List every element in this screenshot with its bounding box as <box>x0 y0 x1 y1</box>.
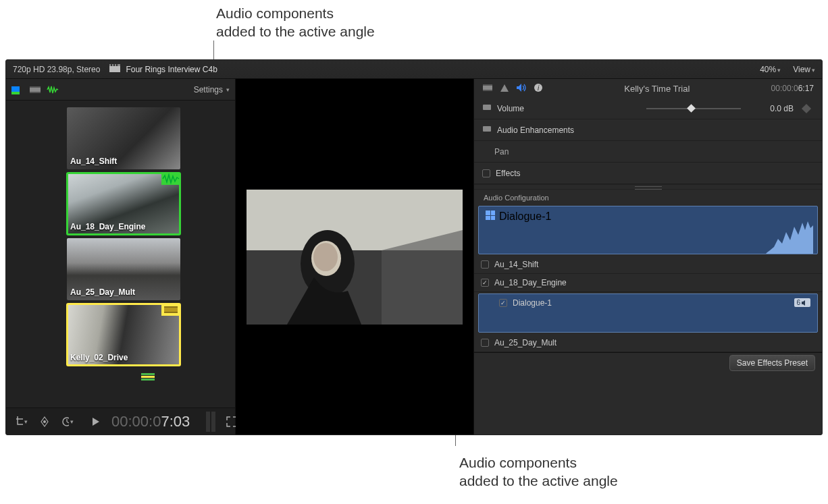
effects-row[interactable]: Effects <box>474 163 822 184</box>
svg-rect-6 <box>11 92 20 94</box>
svg-rect-8 <box>30 86 41 88</box>
svg-rect-5 <box>11 86 20 92</box>
retime-menu-icon[interactable]: ▾ <box>61 416 74 428</box>
video-badge-icon <box>161 304 180 316</box>
component-label: Au_25_Day_Mult <box>494 338 557 347</box>
pan-label: Pan <box>494 147 509 157</box>
settings-menu[interactable]: Settings▾ <box>194 85 230 94</box>
svg-rect-11 <box>164 306 178 308</box>
pan-row[interactable]: Pan <box>474 141 822 163</box>
enhancements-label: Audio Enhancements <box>497 125 574 135</box>
format-label: 720p HD 23.98p, Stereo <box>13 65 100 74</box>
keyframe-button[interactable] <box>802 103 811 113</box>
svg-rect-14 <box>141 376 155 378</box>
annotation-top: Audio components added to the active ang… <box>216 4 375 41</box>
inspector-timecode: 00:00:06:17 <box>771 84 814 93</box>
svg-rect-15 <box>141 379 155 381</box>
svg-rect-4 <box>116 64 118 66</box>
app-window: 720p HD 23.98p, Stereo Four Rings Interv… <box>5 59 823 435</box>
chevron-down-icon: ▾ <box>70 418 74 425</box>
angle-label: Au_18_Day_Engine <box>70 222 145 231</box>
crop-tool-icon[interactable]: ▾ <box>16 416 28 428</box>
volume-slider[interactable] <box>646 104 741 113</box>
chevron-down-icon: ▾ <box>226 86 230 93</box>
angle-label: Kelly_02_Drive <box>70 353 128 362</box>
component-label: Au_14_Shift <box>494 260 538 269</box>
component-row[interactable]: Au_25_Day_Mult <box>474 334 822 352</box>
svg-rect-2 <box>111 64 112 66</box>
svg-point-23 <box>313 243 338 271</box>
svg-rect-31 <box>483 126 491 132</box>
volume-row: Volume 0.0 dB <box>474 98 822 119</box>
filmstrip-icon[interactable] <box>29 85 41 94</box>
nested-label: Dialogue-1 <box>513 298 552 308</box>
svg-point-17 <box>63 418 69 426</box>
channel-badge[interactable]: 6 <box>794 298 810 307</box>
transform-tool-icon[interactable] <box>38 416 51 428</box>
angle-sidebar: Settings▾ Au_14_Shift Au_18_Day_Engine <box>6 79 236 435</box>
component-row[interactable]: Au_18_Day_Engine <box>474 274 822 292</box>
volume-label: Volume <box>497 104 524 113</box>
volume-value: 0.0 dB <box>746 104 794 113</box>
inspector: i Kelly's Time Trial 00:00:06:17 Volume … <box>473 79 822 435</box>
component-checkbox[interactable] <box>481 339 489 347</box>
dialogue-main-row[interactable]: Dialogue-1 <box>478 206 818 254</box>
component-row[interactable]: Au_14_Shift <box>474 256 822 274</box>
stack-icon[interactable] <box>67 369 228 391</box>
inspector-footer: Save Effects Preset <box>474 352 822 372</box>
angle-item[interactable]: Kelly_02_Drive <box>67 304 180 366</box>
viewer-frame <box>247 190 463 325</box>
angle-list: Au_14_Shift Au_18_Day_Engine Au_25_Day_M… <box>6 101 235 408</box>
row-icon <box>482 125 492 135</box>
svg-rect-30 <box>483 105 491 110</box>
svg-rect-26 <box>483 90 492 91</box>
angle-item[interactable]: Au_25_Day_Mult <box>67 238 180 300</box>
component-checkbox[interactable] <box>481 260 489 269</box>
audio-meters <box>206 412 215 432</box>
audio-badge-icon <box>161 173 180 185</box>
left-toolbar: Settings▾ <box>6 79 235 101</box>
divider-grip[interactable] <box>474 184 822 190</box>
multicam-icon <box>486 211 495 220</box>
angle-label: Au_25_Day_Mult <box>70 287 135 297</box>
svg-marker-32 <box>766 221 813 254</box>
chevron-down-icon: ▾ <box>812 67 815 74</box>
waveform-icon[interactable] <box>47 85 59 94</box>
save-effects-preset-button[interactable]: Save Effects Preset <box>729 355 815 371</box>
nested-component-row[interactable]: Dialogue-1 6 <box>478 293 818 333</box>
component-label: Au_18_Day_Engine <box>494 278 567 287</box>
svg-rect-13 <box>141 373 155 375</box>
viewer[interactable] <box>236 79 473 435</box>
video-audio-icon[interactable] <box>11 85 24 94</box>
svg-rect-12 <box>164 312 178 313</box>
component-checkbox[interactable] <box>481 279 489 287</box>
svg-marker-18 <box>93 418 99 426</box>
svg-rect-25 <box>483 84 492 86</box>
view-menu[interactable]: View▾ <box>793 65 815 74</box>
playbar: ▾ ▾ 00:00:07:03 <box>6 408 235 435</box>
chevron-down-icon: ▾ <box>777 67 781 74</box>
inspector-title: Kelly's Time Trial <box>550 84 765 94</box>
svg-rect-0 <box>109 66 120 72</box>
effects-checkbox[interactable] <box>482 169 490 177</box>
angle-label: Au_14_Shift <box>70 157 117 166</box>
audio-enhancements-row[interactable]: Audio Enhancements <box>474 119 822 141</box>
svg-point-16 <box>43 420 46 423</box>
annotation-bottom: Audio components added to the active ang… <box>459 453 618 491</box>
waveform-thumb <box>766 220 813 254</box>
viewer-topbar: 720p HD 23.98p, Stereo Four Rings Interv… <box>6 60 822 79</box>
timecode-display[interactable]: 00:00:07:03 <box>111 413 190 430</box>
angle-item[interactable]: Au_14_Shift <box>67 107 180 169</box>
audio-tab-icon[interactable] <box>516 83 527 94</box>
color-tab-icon[interactable] <box>500 83 509 94</box>
component-checkbox[interactable] <box>499 299 507 307</box>
angle-item[interactable]: Au_18_Day_Engine <box>67 173 180 235</box>
svg-rect-3 <box>113 64 115 66</box>
play-button[interactable] <box>91 416 101 428</box>
row-icon <box>482 103 492 113</box>
video-tab-icon[interactable] <box>482 83 493 94</box>
zoom-menu[interactable]: 40%▾ <box>760 65 781 74</box>
chevron-down-icon: ▾ <box>24 418 28 425</box>
svg-marker-27 <box>500 84 509 92</box>
info-tab-icon[interactable]: i <box>534 83 543 94</box>
